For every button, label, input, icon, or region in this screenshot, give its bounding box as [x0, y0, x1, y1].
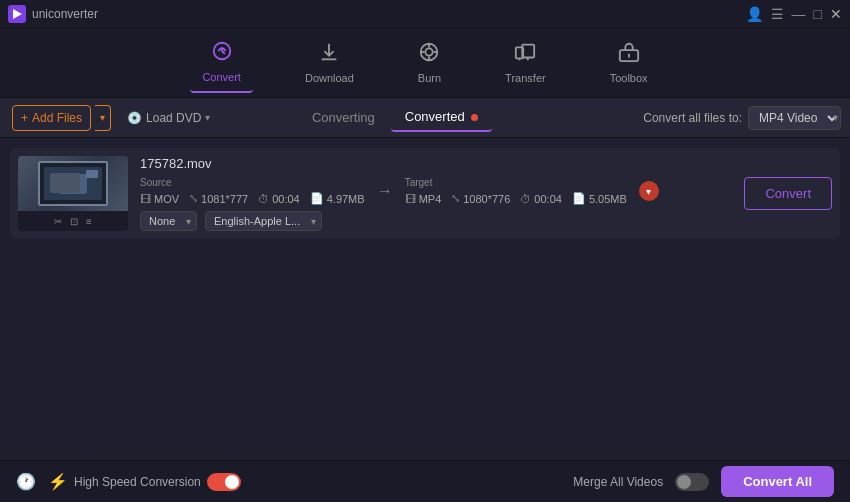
- user-icon[interactable]: 👤: [746, 7, 763, 21]
- convert-all-label: Convert All: [743, 474, 812, 489]
- target-clock-icon: ⏱: [520, 193, 531, 205]
- load-dvd-button[interactable]: 💿 Load DVD ▾: [119, 107, 218, 129]
- target-details: 🎞 MP4 ⤡ 1080*776 ⏱ 00:04 📄: [405, 192, 627, 205]
- source-format-value: MOV: [154, 193, 179, 205]
- nav-bar: Convert Download Burn: [0, 28, 850, 98]
- title-bar-left: uniconverter: [8, 5, 98, 23]
- title-bar: uniconverter 👤 ☰ — □ ✕: [0, 0, 850, 28]
- nav-item-burn[interactable]: Burn: [406, 33, 453, 92]
- minimize-icon[interactable]: —: [792, 7, 806, 21]
- file-item: ✂ ⊡ ≡ 175782.mov Source 🎞 MOV: [10, 148, 840, 239]
- load-dvd-label: Load DVD: [146, 111, 201, 125]
- converted-tab-label: Converted: [405, 109, 465, 124]
- bottom-left: 🕐 ⚡ High Speed Conversion: [16, 472, 241, 491]
- bottom-bar: 🕐 ⚡ High Speed Conversion Merge All Vide…: [0, 460, 850, 502]
- file-name-label: 175782.mov: [140, 156, 732, 171]
- nav-convert-label: Convert: [202, 71, 241, 83]
- target-resolution: ⤡ 1080*776: [451, 192, 510, 205]
- source-target-row: Source 🎞 MOV ⤡ 1081*777 ⏱ 00:04: [140, 177, 732, 205]
- arrow-right-icon: →: [377, 182, 393, 200]
- maximize-icon[interactable]: □: [814, 7, 822, 21]
- toolbar: + Add Files ▾ 💿 Load DVD ▾ Converting Co…: [0, 98, 850, 138]
- load-dvd-dropdown-icon: ▾: [205, 112, 210, 123]
- nav-burn-label: Burn: [418, 72, 441, 84]
- subtitle-select-wrapper: None: [140, 211, 197, 231]
- nav-item-download[interactable]: Download: [293, 33, 366, 92]
- nav-download-label: Download: [305, 72, 354, 84]
- plus-icon: +: [21, 111, 28, 125]
- resize-icon: ⤡: [189, 192, 198, 205]
- converted-tab-badge: [471, 114, 478, 121]
- target-size-value: 5.05MB: [589, 193, 627, 205]
- target-duration-value: 00:04: [534, 193, 562, 205]
- target-file-icon: 📄: [572, 192, 586, 205]
- convert-all-files-label: Convert all files to:: [643, 111, 742, 125]
- audio-select[interactable]: English-Apple L...: [205, 211, 322, 231]
- source-duration: ⏱ 00:04: [258, 193, 300, 205]
- source-label: Source: [140, 177, 365, 188]
- film-icon: 🎞: [140, 193, 151, 205]
- source-format: 🎞 MOV: [140, 193, 179, 205]
- converted-tab[interactable]: Converted: [391, 103, 493, 132]
- audio-select-wrapper: English-Apple L...: [205, 211, 322, 231]
- target-format-dropdown[interactable]: ▾: [639, 181, 659, 201]
- subtitle-select[interactable]: None: [140, 211, 197, 231]
- burn-icon: [418, 41, 440, 68]
- convert-button[interactable]: Convert: [744, 177, 832, 210]
- speed-label: High Speed Conversion: [74, 475, 201, 489]
- source-size: 📄 4.97MB: [310, 192, 365, 205]
- target-format-value: MP4: [419, 193, 442, 205]
- add-files-button[interactable]: + Add Files: [12, 105, 91, 131]
- convert-all-button[interactable]: Convert All: [721, 466, 834, 497]
- target-duration: ⏱ 00:04: [520, 193, 562, 205]
- main-content: ✂ ⊡ ≡ 175782.mov Source 🎞 MOV: [0, 138, 850, 460]
- app-logo: [8, 5, 26, 23]
- convert-all-format-section: Convert all files to: MP4 Video ▾: [643, 106, 838, 130]
- thumb-controls: ✂ ⊡ ≡: [18, 211, 128, 231]
- toolbox-icon: [618, 41, 640, 68]
- convert-icon: [211, 40, 233, 67]
- app-name-label: uniconverter: [32, 7, 98, 21]
- menu-icon[interactable]: ☰: [771, 7, 784, 21]
- converting-tab-label: Converting: [312, 110, 375, 125]
- window-controls: 👤 ☰ — □ ✕: [746, 7, 842, 21]
- disc-icon: 💿: [127, 111, 142, 125]
- merge-label: Merge All Videos: [573, 475, 663, 489]
- file-thumbnail: ✂ ⊡ ≡: [18, 156, 128, 231]
- converting-tab[interactable]: Converting: [298, 104, 389, 131]
- subtitles-audio-row: None English-Apple L...: [140, 211, 732, 231]
- file-info: 175782.mov Source 🎞 MOV ⤡ 1081*777: [140, 156, 732, 231]
- cut-icon[interactable]: ✂: [54, 216, 62, 227]
- effects-icon[interactable]: ≡: [86, 216, 92, 227]
- target-resolution-value: 1080*776: [463, 193, 510, 205]
- bottom-right: Merge All Videos Convert All: [573, 466, 834, 497]
- nav-item-toolbox[interactable]: Toolbox: [598, 33, 660, 92]
- nav-item-transfer[interactable]: Transfer: [493, 33, 558, 92]
- toolbar-tabs: Converting Converted: [298, 103, 492, 132]
- svg-marker-0: [13, 9, 22, 19]
- thumb-screen: [38, 161, 108, 206]
- svg-point-4: [426, 48, 433, 55]
- source-duration-value: 00:04: [272, 193, 300, 205]
- download-icon: [318, 41, 340, 68]
- source-box: Source 🎞 MOV ⤡ 1081*777 ⏱ 00:04: [140, 177, 365, 205]
- target-film-icon: 🎞: [405, 193, 416, 205]
- source-resolution-value: 1081*777: [201, 193, 248, 205]
- nav-transfer-label: Transfer: [505, 72, 546, 84]
- add-files-dropdown[interactable]: ▾: [95, 105, 111, 131]
- format-select[interactable]: MP4 Video: [748, 106, 841, 130]
- bolt-icon: ⚡: [48, 472, 68, 491]
- transfer-icon: [514, 41, 536, 68]
- merge-toggle[interactable]: [675, 473, 709, 491]
- add-files-label: Add Files: [32, 111, 82, 125]
- schedule-icon[interactable]: 🕐: [16, 472, 36, 491]
- speed-section: ⚡ High Speed Conversion: [48, 472, 241, 491]
- crop-icon[interactable]: ⊡: [70, 216, 78, 227]
- thumb-preview: [18, 156, 128, 211]
- close-icon[interactable]: ✕: [830, 7, 842, 21]
- nav-item-convert[interactable]: Convert: [190, 32, 253, 93]
- target-box: Target 🎞 MP4 ⤡ 1080*776 ⏱ 00:04: [405, 177, 627, 205]
- speed-toggle[interactable]: [207, 473, 241, 491]
- target-resize-icon: ⤡: [451, 192, 460, 205]
- source-resolution: ⤡ 1081*777: [189, 192, 248, 205]
